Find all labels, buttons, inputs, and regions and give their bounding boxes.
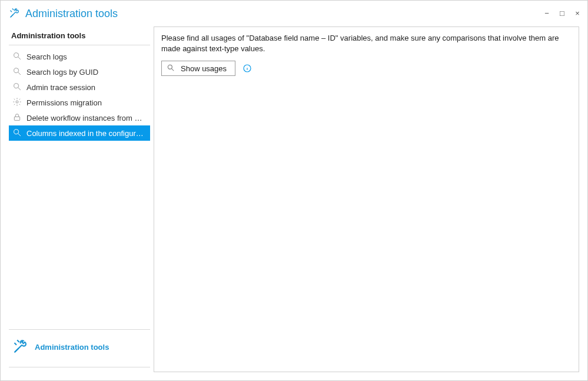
svg-point-6 bbox=[168, 65, 172, 69]
sidebar-footer[interactable]: Administration tools bbox=[9, 329, 150, 367]
actions-row: Show usages bbox=[161, 61, 572, 76]
svg-point-5 bbox=[14, 129, 19, 134]
nav-label: Delete workflow instances from process bbox=[26, 114, 145, 122]
sidebar: Administration tools Search logs Search … bbox=[9, 26, 150, 372]
nav-label: Admin trace session bbox=[26, 83, 95, 92]
search-icon bbox=[12, 51, 22, 62]
search-icon bbox=[12, 82, 22, 93]
app-window: Administration tools − □ × Administratio… bbox=[0, 0, 588, 381]
instructions-text: Please find all usages of "Database fiel… bbox=[161, 33, 572, 54]
svg-point-0 bbox=[14, 52, 19, 57]
nav-label: Search logs bbox=[26, 52, 67, 61]
sidebar-header: Administration tools bbox=[9, 26, 150, 45]
title-bar: Administration tools − □ × bbox=[1, 1, 587, 26]
nav-search-logs[interactable]: Search logs bbox=[9, 49, 150, 64]
tools-icon bbox=[12, 338, 29, 356]
svg-point-3 bbox=[16, 101, 18, 103]
svg-point-2 bbox=[14, 83, 19, 88]
sidebar-nav: Search logs Search logs by GUID Admin tr… bbox=[9, 45, 150, 141]
window-title: Administration tools bbox=[25, 8, 118, 20]
window-controls: − □ × bbox=[543, 9, 582, 18]
svg-point-1 bbox=[14, 68, 19, 72]
sidebar-spacer bbox=[9, 141, 150, 329]
svg-rect-4 bbox=[14, 117, 19, 120]
search-icon bbox=[167, 64, 175, 74]
nav-search-logs-by-guid[interactable]: Search logs by GUID bbox=[9, 64, 150, 79]
minimize-button[interactable]: − bbox=[543, 9, 551, 18]
tools-icon bbox=[9, 7, 21, 21]
lock-icon bbox=[12, 112, 22, 124]
maximize-button[interactable]: □ bbox=[558, 9, 566, 18]
nav-admin-trace-session[interactable]: Admin trace session bbox=[9, 79, 150, 95]
close-button[interactable]: × bbox=[573, 9, 582, 18]
content-pane: Please find all usages of "Database fiel… bbox=[154, 26, 579, 372]
nav-label: Columns indexed in the configuration bbox=[26, 129, 145, 138]
nav-label: Search logs by GUID bbox=[26, 68, 98, 77]
sidebar-footer-label: Administration tools bbox=[35, 343, 109, 352]
info-icon[interactable] bbox=[242, 64, 252, 73]
search-icon bbox=[12, 67, 22, 78]
gear-icon bbox=[12, 97, 22, 108]
search-icon bbox=[12, 128, 22, 139]
nav-columns-indexed[interactable]: Columns indexed in the configuration bbox=[9, 125, 150, 141]
nav-delete-workflow-instances[interactable]: Delete workflow instances from process bbox=[9, 110, 150, 125]
nav-label: Permissions migration bbox=[26, 98, 102, 107]
button-label: Show usages bbox=[181, 64, 227, 73]
nav-permissions-migration[interactable]: Permissions migration bbox=[9, 95, 150, 110]
window-body: Administration tools Search logs Search … bbox=[1, 26, 587, 380]
show-usages-button[interactable]: Show usages bbox=[161, 61, 235, 76]
